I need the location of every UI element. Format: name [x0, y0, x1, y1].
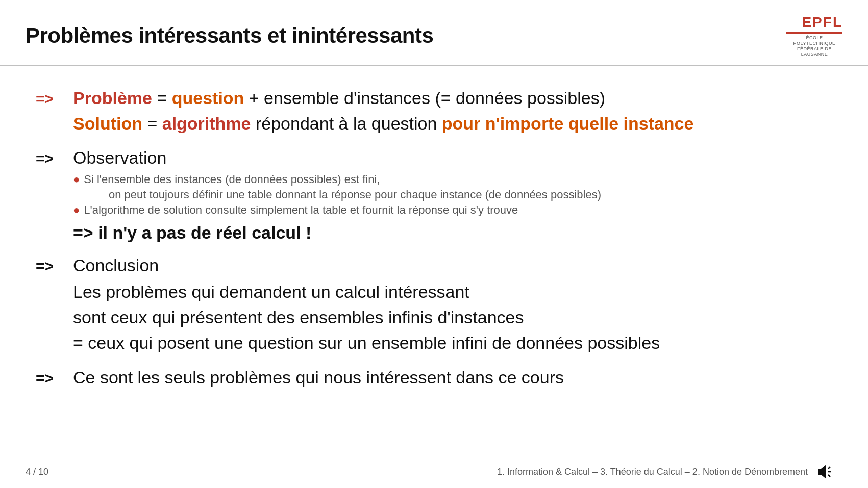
svg-line-3 [828, 475, 830, 477]
speaker-icon [816, 464, 832, 480]
course-text: 1. Information & Calcul – 3. Théorie du … [497, 467, 808, 477]
conc-line-1: Les problèmes qui demandent un calcul in… [73, 280, 832, 304]
arrow-2: => [36, 150, 64, 167]
pour-nimporte-text: pour n'importe quelle instance [442, 114, 694, 133]
bullet-4-text: Ce sont les seuls problèmes qui nous int… [73, 366, 564, 389]
logo-sub1: ÉCOLE POLYTECHNIQUE [786, 35, 842, 46]
slide-footer: 4 / 10 1. Information & Calcul – 3. Théo… [26, 464, 842, 480]
svg-line-1 [828, 467, 830, 469]
obs-sub-text: on peut toujours définir une table donna… [88, 188, 832, 201]
logo-sub2: FÉDÉRALE DE LAUSANNE [786, 46, 842, 58]
bullet-3: => Conclusion Les problèmes qui demanden… [36, 254, 832, 355]
arrow-1: => [36, 90, 64, 108]
conclusion-lines: Les problèmes qui demandent un calcul in… [73, 280, 832, 355]
bullet-1-line1: => Problème = question + ensemble d'inst… [36, 87, 832, 109]
probleme-word: Problème [73, 88, 152, 108]
conc-line-3: = ceux qui posent une question sur un en… [73, 331, 832, 355]
observation-bullets: ● Si l'ensemble des instances (de donnée… [73, 173, 832, 217]
svg-marker-0 [818, 465, 826, 479]
bullet-2: => Observation ● Si l'ensemble des insta… [36, 146, 832, 243]
bullet-dot-2: ● [73, 203, 80, 217]
page-number: 4 / 10 [26, 467, 48, 477]
slide: Problèmes intéressants et inintéressants… [0, 0, 868, 488]
slide-title: Problèmes intéressants et inintéressants [26, 23, 433, 48]
obs-bullet-1: ● Si l'ensemble des instances (de donnée… [73, 173, 832, 186]
bullet-3-header: => Conclusion [36, 254, 832, 276]
solution-word: Solution [73, 114, 142, 133]
question-word: question [172, 88, 244, 108]
logo-brand: EPFL [802, 14, 842, 31]
epfl-logo: EPFL ÉCOLE POLYTECHNIQUE FÉDÉRALE DE LAU… [786, 14, 842, 57]
arrow-3: => [36, 258, 64, 275]
bullet-1-text1: Problème = question + ensemble d'instanc… [73, 87, 605, 109]
conclusion-label: Conclusion [73, 254, 159, 276]
bullet-2-header: => Observation [36, 146, 832, 169]
obs-b2-text: L'algorithme de solution consulte simple… [84, 203, 518, 217]
obs-b1-text: Si l'ensemble des instances (de données … [84, 173, 380, 186]
obs-bullet-2: ● L'algorithme de solution consulte simp… [73, 203, 832, 217]
il-ny-a-text: => il n'y a pas de réel calcul ! [73, 223, 832, 243]
bullet-1: => Problème = question + ensemble d'inst… [36, 87, 832, 135]
bullet-1-line2: Solution = algorithme répondant à la que… [73, 112, 832, 135]
slide-content: => Problème = question + ensemble d'inst… [0, 66, 868, 404]
bullet-4: => Ce sont les seuls problèmes qui nous … [36, 366, 832, 389]
conc-line-2: sont ceux qui présentent des ensembles i… [73, 306, 832, 329]
algorithme-word: algorithme [162, 114, 251, 133]
observation-label: Observation [73, 146, 166, 169]
arrow-4: => [36, 370, 64, 387]
slide-header: Problèmes intéressants et inintéressants… [0, 0, 868, 66]
bullet-dot-1: ● [73, 173, 80, 186]
logo-bar [786, 32, 842, 34]
footer-course-info: 1. Information & Calcul – 3. Théorie du … [59, 464, 832, 480]
